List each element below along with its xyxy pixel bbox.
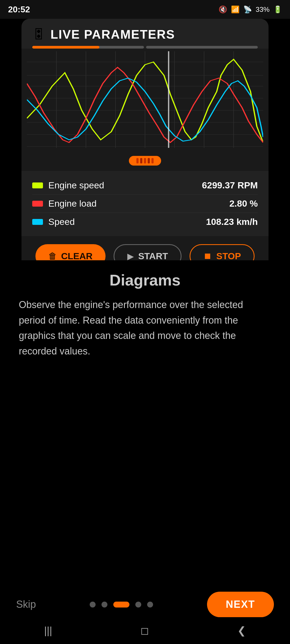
page-dots [90,602,153,608]
skip-button[interactable]: Skip [16,599,36,610]
speed-label: Speed [48,217,75,227]
engine-speed-label: Engine speed [48,180,104,191]
start-label: START [138,251,168,261]
engine-speed-value: 6299.37 RPM [202,180,258,191]
live-chart[interactable] [27,51,263,148]
stop-label: STOP [216,251,241,261]
signal-icon: 📡 [243,5,252,14]
slider-container[interactable] [21,153,269,171]
home-button[interactable]: ◻ [140,625,149,636]
progress-fill-1 [32,46,99,49]
recents-button[interactable]: ||| [44,625,52,636]
engine-load-label: Engine load [48,198,97,209]
dot-5 [147,602,153,608]
dot-1 [90,602,96,608]
speedometer-icon: 🎛 [32,27,45,42]
legend-row-engine-speed: Engine speed 6299.37 RPM [32,176,258,195]
speed-value: 108.23 km/h [206,217,258,227]
header-title: LIVE PARAMETERS [50,27,175,42]
clear-label: CLEAR [61,251,93,261]
engine-load-value: 2.80 % [229,198,258,209]
diagrams-description: Observe the engine's performance over th… [19,297,271,359]
chart-container[interactable] [21,49,269,153]
dot-4 [135,602,141,608]
play-icon: ▶ [127,251,134,261]
battery-text: 33% [256,5,270,14]
legend-row-speed: Speed 108.23 km/h [32,213,258,231]
progress-track-2 [146,46,258,49]
status-bar: 20:52 🔇 📶 📡 33% 🔋 [0,0,290,19]
engine-load-color [32,201,43,207]
next-button[interactable]: NEXT [207,592,274,617]
legend-area: Engine speed 6299.37 RPM Engine load 2.8… [21,171,269,236]
progress-bar-container [21,42,269,49]
description-area: Diagrams Observe the engine's performanc… [0,260,290,369]
legend-row-engine-load: Engine load 2.80 % [32,195,258,213]
back-button[interactable]: ❮ [237,625,246,636]
mute-icon: 🔇 [219,5,227,14]
bottom-navigation: Skip NEXT [0,592,290,617]
trash-icon: 🗑 [48,251,57,261]
speed-color [32,219,43,225]
card-header: 🎛 LIVE PARAMETERS [21,19,269,42]
battery-icon: 🔋 [273,5,282,14]
progress-track-1 [32,46,144,49]
chart-slider-handle[interactable] [129,156,161,166]
diagrams-title: Diagrams [19,271,271,289]
system-navigation: ||| ◻ ❮ [0,617,290,644]
dot-3-active [113,602,129,608]
engine-speed-color [32,182,43,188]
dot-2 [102,602,107,608]
status-icons: 🔇 📶 📡 33% 🔋 [219,5,282,14]
stop-icon: ⏹ [203,251,212,261]
wifi-icon: 📶 [231,5,240,14]
status-time: 20:52 [8,5,30,14]
main-card: 🎛 LIVE PARAMETERS [21,19,269,279]
